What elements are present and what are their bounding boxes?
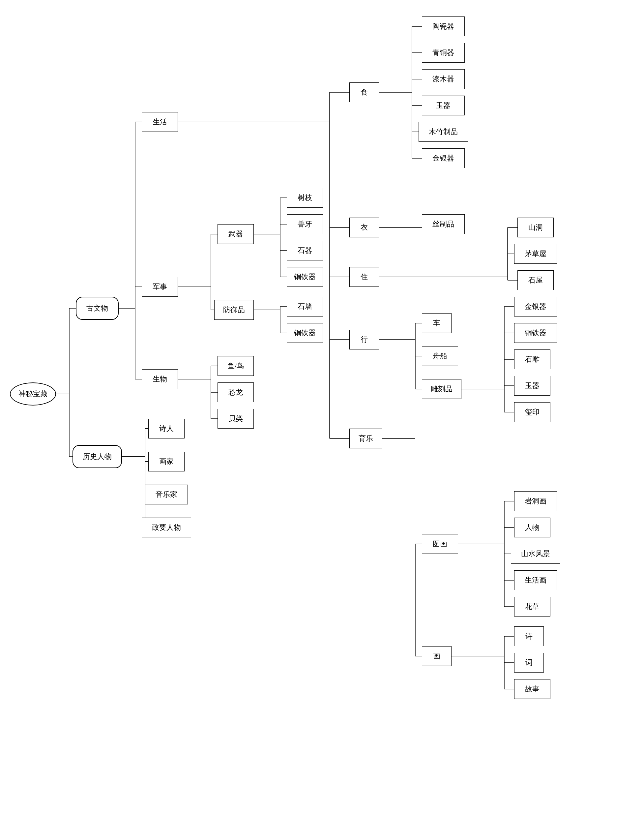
node-yandonghuo: 岩洞画 xyxy=(514,491,557,511)
node-tongtieqi-z-label: 铜铁器 xyxy=(525,328,546,338)
node-jinyinqi-z: 金银器 xyxy=(514,297,557,316)
node-taoci: 陶瓷器 xyxy=(422,17,465,36)
node-gushi-label: 故事 xyxy=(525,684,540,694)
node-renwu: 人物 xyxy=(514,518,550,537)
node-shenghuohua-label: 生活画 xyxy=(525,575,546,585)
node-tongtieqi-w: 铜铁器 xyxy=(287,267,323,287)
node-yi-label: 衣 xyxy=(360,222,368,232)
node-shengwu-label: 生物 xyxy=(153,374,167,384)
node-zhu-label: 住 xyxy=(360,272,368,282)
node-xing-label: 行 xyxy=(360,334,368,345)
node-shouy-label: 兽牙 xyxy=(297,219,312,229)
node-shiqiang-label: 石墙 xyxy=(297,302,312,311)
node-huajia: 画家 xyxy=(148,452,184,471)
node-shenghuohua: 生活画 xyxy=(514,571,557,590)
node-yuqi-s: 玉器 xyxy=(422,96,465,115)
node-fangyupin-label: 防御品 xyxy=(223,305,245,315)
node-wuqi: 武器 xyxy=(218,224,254,244)
node-ci-wen-label: 词 xyxy=(525,658,533,667)
node-junshi: 军事 xyxy=(142,277,178,297)
node-guwen-label: 古文物 xyxy=(86,303,108,313)
node-shanjiao: 山洞 xyxy=(517,218,554,237)
node-gushi: 故事 xyxy=(514,679,550,699)
node-yuqi-z-label: 玉器 xyxy=(525,381,540,391)
node-tongtieqi-f-label: 铜铁器 xyxy=(294,328,316,338)
node-wuqi-label: 武器 xyxy=(228,229,243,239)
node-root-label: 神秘宝藏 xyxy=(18,389,48,399)
node-renwu-label: 人物 xyxy=(525,523,540,532)
node-tongtieqi-f: 铜铁器 xyxy=(287,323,323,343)
node-zhu: 住 xyxy=(350,267,379,287)
node-fangyupin: 防御品 xyxy=(214,300,254,320)
node-yuqi-z: 玉器 xyxy=(514,376,550,396)
node-shengwu: 生物 xyxy=(142,369,178,389)
node-tongtieqi-w-label: 铜铁器 xyxy=(294,272,316,282)
node-zhouchuan: 舟船 xyxy=(422,346,458,366)
node-maocaowu-label: 茅草屋 xyxy=(525,249,546,259)
node-konglong-label: 恐龙 xyxy=(228,387,243,397)
node-guyin: 玺印 xyxy=(514,402,550,422)
node-yinyuejia: 音乐家 xyxy=(145,485,188,505)
node-zhouchuan-label: 舟船 xyxy=(433,351,447,361)
node-beilei-label: 贝类 xyxy=(228,414,243,423)
node-qimu: 漆木器 xyxy=(422,69,465,89)
node-yule: 育乐 xyxy=(350,429,382,448)
node-jinyinqi-s-label: 金银器 xyxy=(432,153,454,163)
node-junshi-label: 军事 xyxy=(153,282,167,292)
node-zhizhi: 丝制品 xyxy=(422,214,465,234)
node-huajia-label: 画家 xyxy=(159,457,174,466)
node-che-label: 车 xyxy=(433,318,440,328)
node-shiwu-label: 石屋 xyxy=(528,275,543,285)
node-root: 神秘宝藏 xyxy=(10,382,56,405)
node-zhengrao-label: 政要人物 xyxy=(152,523,181,532)
node-muzhu-label: 木竹制品 xyxy=(429,127,458,137)
node-zhengrao: 政要人物 xyxy=(142,518,191,537)
node-guwenwu: 古文物 xyxy=(76,297,119,320)
node-che: 车 xyxy=(422,313,452,333)
node-yandonghuo-label: 岩洞画 xyxy=(525,496,546,506)
node-diaoke-label: 雕刻品 xyxy=(431,384,452,394)
node-beilei: 贝类 xyxy=(218,409,254,429)
diagram-container: 神秘宝藏 古文物 历史人物 生活 军事 生物 诗人 画家 音乐家 政要人物 武器… xyxy=(0,0,644,813)
node-yi: 衣 xyxy=(350,218,379,237)
node-ci-wen: 词 xyxy=(514,653,544,673)
node-lishi-label: 历史人物 xyxy=(83,452,112,462)
node-zhizhi-label: 丝制品 xyxy=(432,219,454,229)
node-lishi: 历史人物 xyxy=(72,445,122,468)
node-yinyuejia-label: 音乐家 xyxy=(156,489,177,500)
node-shiqiang: 石墙 xyxy=(287,297,323,316)
node-shi: 食 xyxy=(350,83,379,102)
node-tongtieqi-z: 铜铁器 xyxy=(514,323,557,343)
node-shuzhi: 树枝 xyxy=(287,188,323,208)
node-shi-label: 食 xyxy=(360,87,368,97)
node-huacao-label: 花草 xyxy=(525,602,540,612)
node-shidiao-label: 石雕 xyxy=(525,354,540,364)
node-konglong: 恐龙 xyxy=(218,382,254,402)
node-shiwu: 石屋 xyxy=(517,270,554,290)
node-qimu-label: 漆木器 xyxy=(432,74,454,84)
node-muzhu: 木竹制品 xyxy=(419,122,468,142)
node-maocaowu: 茅草屋 xyxy=(514,244,557,264)
node-taoci-label: 陶瓷器 xyxy=(432,21,454,31)
node-shanjiao-label: 山洞 xyxy=(528,222,543,232)
node-shiqi: 石器 xyxy=(287,241,323,261)
node-hua-label: 画 xyxy=(433,651,440,661)
node-diaoke: 雕刻品 xyxy=(422,379,462,399)
node-hua: 画 xyxy=(422,646,452,666)
node-tuhua: 图画 xyxy=(422,534,458,554)
node-shuzhi-label: 树枝 xyxy=(297,193,312,203)
node-shidiao: 石雕 xyxy=(514,350,550,369)
node-shiren-label: 诗人 xyxy=(159,423,174,434)
node-shiqi-label: 石器 xyxy=(297,245,312,256)
node-shi-wen-label: 诗 xyxy=(525,631,533,641)
node-jinyinqi-s: 金银器 xyxy=(422,148,465,168)
node-shenghuo: 生活 xyxy=(142,112,178,132)
node-qingtong: 青铜器 xyxy=(422,43,465,63)
node-shiren: 诗人 xyxy=(148,419,184,439)
node-huacao: 花草 xyxy=(514,597,550,617)
node-xing: 行 xyxy=(350,330,379,350)
node-shanshui: 山水风景 xyxy=(511,544,560,564)
node-yuqi-s-label: 玉器 xyxy=(436,101,451,110)
node-yu-niao: 鱼/鸟 xyxy=(218,356,254,376)
node-qingtong-label: 青铜器 xyxy=(432,48,454,58)
